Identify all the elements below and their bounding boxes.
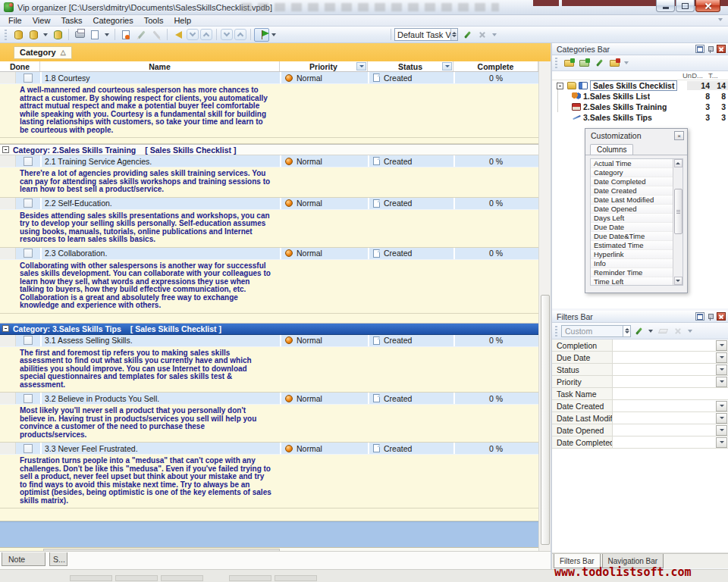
open-database-dropdown-icon[interactable] — [43, 33, 48, 36]
apply-filter-dropdown-icon[interactable] — [648, 330, 653, 333]
scrollbar-thumb[interactable] — [674, 189, 682, 234]
rollback-icon[interactable] — [171, 28, 185, 41]
filter-dropdown-button[interactable] — [716, 437, 727, 448]
done-checkbox[interactable] — [24, 444, 33, 453]
filter-dropdown-button[interactable] — [716, 340, 727, 351]
filter-preset-combo[interactable]: Custom — [561, 325, 631, 337]
new-task-icon[interactable] — [119, 28, 133, 41]
task-row[interactable]: 3.2 Believe in Products You Sell. Normal… — [0, 393, 538, 405]
category-group-row-selected[interactable]: Category: 3.Sales Skills Tips [ Sales Sk… — [0, 324, 538, 335]
column-header-name[interactable]: Name — [40, 61, 280, 71]
menu-view[interactable]: View — [27, 16, 56, 25]
filter-preset-spinner[interactable] — [623, 326, 630, 336]
filter-dropdown-button[interactable] — [716, 352, 727, 363]
filter-value[interactable] — [613, 436, 716, 448]
filter-value[interactable] — [613, 424, 716, 436]
tree-collapse-icon[interactable] — [557, 83, 563, 89]
close-button[interactable] — [695, 0, 720, 12]
menu-file[interactable]: File — [3, 16, 27, 25]
done-checkbox[interactable] — [24, 394, 33, 403]
filter-dropdown-button[interactable] — [716, 425, 727, 436]
task-name[interactable]: 2.2 Self-Education. — [40, 198, 280, 209]
column-option[interactable]: Days Left — [591, 214, 673, 223]
tree-item-checklist[interactable]: Sales Skills Checklist 14 14 — [552, 80, 728, 91]
column-option[interactable]: Time Left — [591, 277, 673, 285]
filter-value[interactable] — [613, 340, 716, 351]
new-category-icon[interactable] — [562, 57, 576, 70]
done-checkbox[interactable] — [24, 336, 33, 345]
menu-categories[interactable]: Categories — [88, 16, 139, 25]
priority-filter-button[interactable] — [356, 62, 366, 70]
task-row[interactable]: 3.3 Never Feel Frustrated. Normal Create… — [0, 443, 538, 455]
filter-value[interactable] — [613, 376, 716, 387]
close-panel-icon[interactable] — [717, 45, 726, 53]
column-option[interactable]: Date Completed — [591, 177, 673, 186]
group-by-category-chip[interactable]: Category △ — [14, 46, 72, 59]
filter-value[interactable] — [613, 400, 716, 411]
move-up-button[interactable] — [200, 29, 212, 40]
new-database-icon[interactable] — [11, 28, 25, 41]
tab-columns[interactable]: Columns — [590, 144, 633, 155]
minimize-button[interactable] — [656, 0, 675, 12]
move-bottom-button[interactable] — [221, 29, 233, 40]
task-row[interactable]: 2.3 Collaboration. Normal Created 0 % — [0, 248, 538, 260]
delete-category-icon[interactable] — [607, 57, 621, 70]
scroll-up-icon[interactable] — [674, 159, 682, 167]
task-name[interactable]: 2.3 Collaboration. — [40, 248, 280, 259]
close-panel-icon[interactable] — [717, 312, 726, 321]
categories-overflow-icon[interactable] — [624, 61, 629, 64]
undock-icon[interactable] — [695, 312, 704, 321]
column-header-complete[interactable]: Complete — [453, 61, 538, 71]
move-down-button[interactable] — [187, 29, 199, 40]
task-view-combo[interactable]: Default Task V — [394, 28, 458, 41]
flag-view-button[interactable] — [254, 28, 269, 42]
customization-close-icon[interactable]: × — [674, 131, 684, 140]
delete-task-icon[interactable] — [149, 28, 163, 41]
column-option[interactable]: Actual Time — [591, 159, 673, 168]
task-name[interactable]: 3.2 Believe in Products You Sell. — [40, 393, 280, 404]
save-database-icon[interactable] — [51, 28, 64, 41]
categories-bar-title[interactable]: Categories Bar — [552, 43, 728, 55]
task-row[interactable]: 1.8 Courtesy Normal Created 0 % — [0, 72, 538, 84]
move-top-button[interactable] — [234, 29, 246, 40]
column-header-priority[interactable]: Priority — [280, 61, 368, 71]
done-checkbox[interactable] — [24, 74, 33, 83]
toolbar-grip[interactable] — [555, 326, 557, 336]
filter-dropdown-button[interactable] — [716, 413, 727, 424]
tree-item-label[interactable]: 2.Sales Skills Training — [583, 102, 667, 111]
column-option[interactable]: Date Opened — [591, 205, 673, 214]
column-option[interactable]: Date Created — [591, 186, 673, 196]
clear-filter-icon[interactable] — [656, 324, 670, 337]
menu-tools[interactable]: Tools — [139, 16, 169, 25]
edit-view-icon[interactable] — [460, 28, 474, 41]
tree-item-label[interactable]: Sales Skills Checklist — [590, 80, 677, 91]
print-icon[interactable] — [73, 28, 86, 41]
task-row[interactable]: 3.1 Assess Selling Skills. Normal Create… — [0, 335, 538, 347]
edit-task-icon[interactable] — [134, 28, 148, 41]
filters-bar-title[interactable]: Filters Bar — [552, 311, 728, 323]
filter-dropdown-button[interactable] — [716, 365, 727, 375]
tree-item-label[interactable]: 1.Sales Skills List — [583, 92, 650, 101]
selection-band[interactable] — [0, 521, 538, 547]
task-view-spinner[interactable] — [450, 29, 457, 40]
tree-item-category[interactable]: 3.Sales Skills Tips 3 3 — [552, 112, 728, 123]
filter-value[interactable] — [613, 364, 716, 375]
task-name[interactable]: 1.8 Courtesy — [40, 72, 280, 83]
toolbar-grip[interactable] — [5, 30, 7, 40]
column-option[interactable]: Due Date — [591, 223, 673, 232]
edit-category-icon[interactable] — [592, 57, 606, 70]
column-option[interactable]: Due Date&Time — [591, 232, 673, 241]
pin-icon[interactable] — [706, 312, 715, 321]
scroll-down-icon[interactable] — [674, 277, 682, 285]
undock-icon[interactable] — [695, 45, 704, 53]
column-option[interactable]: Info — [591, 259, 673, 268]
view-overflow-icon[interactable] — [492, 33, 497, 36]
task-name[interactable]: 2.1 Training Service Agencies. — [40, 155, 280, 167]
done-checkbox[interactable] — [24, 249, 33, 258]
collapse-icon[interactable] — [2, 146, 9, 153]
done-checkbox[interactable] — [24, 157, 33, 166]
delete-view-icon[interactable] — [475, 28, 489, 41]
menu-help[interactable]: Help — [168, 16, 196, 25]
column-option[interactable]: Reminder Time — [591, 268, 673, 277]
tree-item-category[interactable]: 1.Sales Skills List 8 8 — [552, 91, 728, 102]
